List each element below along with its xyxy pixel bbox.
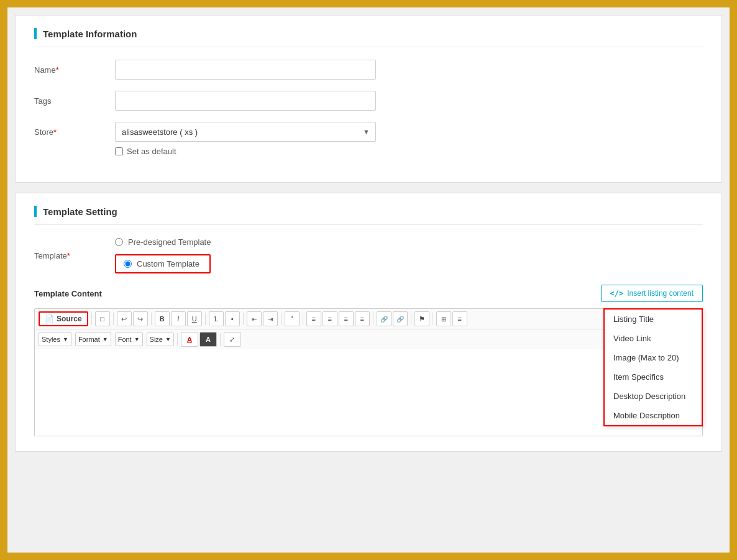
name-row: Name* xyxy=(34,60,703,80)
name-label: Name* xyxy=(34,65,115,75)
format-select[interactable]: Format ▼ xyxy=(75,333,111,346)
name-input[interactable] xyxy=(115,60,376,80)
styles-arrow-icon: ▼ xyxy=(63,336,68,342)
insert-table-button[interactable]: ⊞ xyxy=(436,311,451,326)
set-as-default-label[interactable]: Set as default xyxy=(127,147,176,156)
toolbar-sep-8 xyxy=(373,313,373,325)
set-as-default-checkbox[interactable] xyxy=(115,147,123,155)
redo-button[interactable]: ↪ xyxy=(133,311,148,326)
toolbar-sep-9 xyxy=(411,313,411,325)
font-arrow-icon: ▼ xyxy=(134,336,140,342)
section-title-bar-2 xyxy=(34,206,37,217)
template-content-section: Template Content </> Insert listing cont… xyxy=(34,285,703,436)
template-information-card: Template Information Name* Tags Store* a… xyxy=(15,15,722,183)
font-label: Font xyxy=(118,336,132,343)
undo-button[interactable]: ↩ xyxy=(117,311,132,326)
outdent-button[interactable]: ⇤ xyxy=(247,311,262,326)
align-left-button[interactable]: ≡ xyxy=(306,311,321,326)
ordered-list-button[interactable]: 1. xyxy=(209,311,224,326)
template-content-header: Template Content </> Insert listing cont… xyxy=(34,285,703,302)
bg-color-button[interactable]: A xyxy=(199,332,217,347)
set-as-default-row: Set as default xyxy=(115,147,176,156)
template-type-label: Template* xyxy=(34,251,115,260)
template-content-title: Template Content xyxy=(34,289,102,298)
new-page-icon: □ xyxy=(100,315,104,323)
expand-button[interactable]: ⤢ xyxy=(224,332,241,347)
italic-button[interactable]: I xyxy=(171,311,186,326)
radio-custom-input[interactable] xyxy=(124,260,132,268)
align-right-icon: ≡ xyxy=(344,315,347,323)
align-right-button[interactable]: ≡ xyxy=(339,311,354,326)
indent-icon: ⇥ xyxy=(268,316,273,323)
bg-color-icon: A xyxy=(206,336,211,343)
horizontal-rule-icon: ≡ xyxy=(457,315,461,323)
bold-button[interactable]: B xyxy=(155,311,170,326)
justify-icon: ≡ xyxy=(360,315,364,323)
justify-button[interactable]: ≡ xyxy=(355,311,370,326)
toolbar-sep-2 xyxy=(113,313,114,325)
toolbar-sep-10 xyxy=(433,313,433,325)
store-select-wrap: alisasweetstore ( xs ) ▼ xyxy=(115,122,376,142)
horizontal-rule-button[interactable]: ≡ xyxy=(452,311,467,326)
toolbar-sep-3 xyxy=(151,313,152,325)
flag-button[interactable]: ⚑ xyxy=(414,311,429,326)
toolbar-sep-6 xyxy=(281,313,282,325)
radio-custom[interactable]: Custom Template xyxy=(115,254,211,273)
font-select[interactable]: Font ▼ xyxy=(115,333,143,346)
insert-link-icon: 🔗 xyxy=(380,316,388,323)
dropdown-item-video-link[interactable]: Video Link xyxy=(605,329,702,348)
dropdown-item-listing-title[interactable]: Listing Title xyxy=(605,310,702,329)
insert-listing-content-button[interactable]: </> Insert listing content xyxy=(601,285,703,302)
source-icon: 📄 xyxy=(45,314,54,323)
store-select[interactable]: alisasweetstore ( xs ) xyxy=(115,122,376,142)
underline-button[interactable]: U xyxy=(187,311,202,326)
tags-label: Tags xyxy=(34,96,115,106)
insert-table-icon: ⊞ xyxy=(441,316,446,323)
flag-icon: ⚑ xyxy=(419,315,425,323)
format-label: Format xyxy=(78,336,100,343)
toolbar-sep-4 xyxy=(205,313,206,325)
toolbar-sep-5 xyxy=(243,313,244,325)
section-title-bar xyxy=(34,28,37,39)
source-button[interactable]: 📄 Source xyxy=(39,311,88,326)
undo-icon: ↩ xyxy=(121,315,127,323)
font-color-button[interactable]: A xyxy=(181,332,198,347)
unlink-icon: 🔗 xyxy=(396,316,404,323)
ordered-list-icon: 1. xyxy=(214,316,219,323)
size-arrow-icon: ▼ xyxy=(165,336,171,342)
blockquote-button[interactable]: " xyxy=(285,311,300,326)
toolbar-sep-12 xyxy=(220,333,221,346)
radio-predesigned-label: Pre-designed Template xyxy=(128,237,211,247)
template-info-title-text: Template Information xyxy=(43,29,137,39)
styles-label: Styles xyxy=(42,336,60,343)
editor-content-area[interactable] xyxy=(34,349,703,436)
align-center-button[interactable]: ≡ xyxy=(323,311,337,326)
template-setting-section-title: Template Setting xyxy=(34,206,703,225)
new-page-button[interactable]: □ xyxy=(95,311,110,326)
radio-predesigned-input[interactable] xyxy=(115,238,123,246)
format-arrow-icon: ▼ xyxy=(103,336,108,342)
radio-predesigned[interactable]: Pre-designed Template xyxy=(115,237,211,247)
dropdown-item-mobile-desc[interactable]: Mobile Description xyxy=(605,406,702,425)
unlink-button[interactable]: 🔗 xyxy=(393,311,408,326)
size-select[interactable]: Size ▼ xyxy=(147,333,174,346)
dropdown-item-item-specifics[interactable]: Item Specifics xyxy=(605,367,702,387)
tags-input[interactable] xyxy=(115,91,376,111)
blockquote-icon: " xyxy=(291,315,293,323)
radio-custom-label: Custom Template xyxy=(137,259,199,269)
unordered-list-icon: • xyxy=(231,315,234,323)
unordered-list-button[interactable]: • xyxy=(225,311,240,326)
insert-btn-wrap: </> Insert listing content Listing Title… xyxy=(601,285,703,302)
size-label: Size xyxy=(150,336,163,343)
dropdown-item-image[interactable]: Image (Max to 20) xyxy=(605,348,702,367)
insert-link-button[interactable]: 🔗 xyxy=(377,311,391,326)
template-type-radio-group: Pre-designed Template Custom Template xyxy=(115,237,211,273)
toolbar-sep-11 xyxy=(177,333,178,346)
dropdown-item-desktop-desc[interactable]: Desktop Description xyxy=(605,387,702,406)
template-setting-card: Template Setting Template* Pre-designed … xyxy=(15,193,722,452)
styles-select[interactable]: Styles ▼ xyxy=(39,333,71,346)
template-setting-title-text: Template Setting xyxy=(43,206,117,217)
template-info-section-title: Template Information xyxy=(34,28,703,47)
indent-button[interactable]: ⇥ xyxy=(263,311,278,326)
store-label: Store* xyxy=(34,127,115,137)
